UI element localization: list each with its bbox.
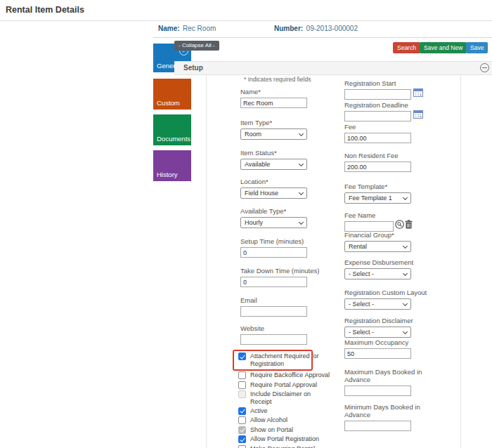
save-and-new-button[interactable]: Save and New [420, 42, 467, 53]
registration-disclaimer-label: Registration Disclaimer [344, 317, 413, 324]
field-location: Location* Field House [240, 178, 307, 199]
checkbox-row-make-recurring-rental[interactable]: Make Recurring Rental [238, 445, 340, 448]
checkbox-label: Active [250, 407, 268, 415]
registration-custom-layout-value: - Select - [349, 301, 374, 308]
fee-template-value: Fee Template 1 [349, 195, 392, 202]
tab-label: Documents [157, 135, 190, 143]
item-type-select[interactable]: Room [240, 129, 307, 140]
field-registration-start: Registration Start [344, 79, 411, 100]
checkbox-row-attachment-required[interactable]: Attachment Required for Registration [238, 353, 340, 367]
tab-label: History [157, 171, 178, 178]
setup-time-input[interactable] [240, 247, 307, 258]
fee-label: Fee [344, 123, 411, 131]
field-fee-name: Fee Name [344, 211, 394, 232]
chevron-down-icon [403, 243, 408, 248]
chevron-down-icon [403, 270, 408, 275]
field-take-down-time: Take Down Time (minutes) [240, 267, 319, 287]
content-right-border [460, 75, 461, 448]
checkbox[interactable] [238, 407, 246, 415]
chevron-down-icon [299, 190, 304, 195]
collapse-section-icon[interactable] [480, 63, 489, 72]
location-select[interactable]: Field House [240, 187, 307, 199]
name-input[interactable] [240, 98, 307, 108]
non-resident-fee-label: Non Resident Fee [344, 152, 411, 159]
checkbox[interactable] [238, 416, 246, 424]
item-type-value: Room [245, 131, 261, 138]
field-registration-disclaimer: Registration Disclaimer - Select - [344, 317, 413, 338]
checkbox-row-include-disclaimer: Include Disclaimer on Receipt [238, 390, 340, 405]
checkbox-label: Require Portal Approval [250, 381, 317, 389]
expense-disbursement-select[interactable]: - Select - [344, 268, 411, 279]
fee-template-select[interactable]: Fee Template 1 [344, 192, 411, 204]
field-min-days-booked: Minimum Days Booked in Advance [344, 403, 427, 431]
save-button[interactable]: Save [466, 42, 488, 53]
search-button[interactable]: Search [393, 42, 420, 53]
trash-icon[interactable] [405, 220, 413, 229]
checkbox-row-allow-portal-registration[interactable]: Allow Portal Registration [238, 435, 340, 443]
website-input[interactable] [240, 334, 307, 345]
header-divider [0, 20, 492, 21]
checkbox[interactable] [238, 371, 246, 379]
magnifier-icon[interactable] [395, 220, 404, 229]
checkbox-label: Allow Portal Registration [250, 435, 319, 443]
name-value: Rec Room [183, 25, 216, 32]
registration-custom-layout-label: Registration Custom Layout [344, 289, 427, 296]
checkbox[interactable] [238, 435, 246, 443]
checkbox[interactable] [238, 445, 246, 448]
sidebar-tab-history[interactable]: History [153, 150, 191, 181]
registration-start-label: Registration Start [344, 79, 411, 87]
field-expense-disbursement: Expense Disbursement - Select - [344, 258, 413, 279]
field-fee-template: Fee Template* Fee Template 1 [344, 183, 411, 204]
checkbox-label: Require Backoffice Approval [250, 371, 330, 379]
item-name-summary: Name: Rec Room [158, 21, 216, 34]
field-non-resident-fee: Non Resident Fee [344, 152, 411, 172]
checkbox-label: Make Recurring Rental [250, 445, 315, 448]
field-item-type: Item Type* Room [240, 119, 307, 140]
non-resident-fee-input[interactable] [344, 162, 411, 172]
collapse-all-button[interactable]: - Collapse All - [174, 41, 219, 51]
fee-name-input[interactable] [344, 221, 394, 232]
registration-disclaimer-select[interactable]: - Select - [344, 327, 411, 338]
take-down-time-input[interactable] [240, 277, 307, 287]
email-label: Email [240, 296, 307, 304]
calendar-icon[interactable] [413, 110, 423, 119]
calendar-icon[interactable] [413, 88, 423, 97]
registration-start-input[interactable] [344, 89, 411, 100]
setup-section-header[interactable]: Setup [174, 61, 492, 75]
registration-deadline-label: Registration Deadline [344, 101, 411, 109]
expense-disbursement-value: - Select - [349, 270, 374, 277]
checkbox-row-require-portal-approval[interactable]: Require Portal Approval [238, 381, 340, 389]
financial-group-select[interactable]: Rental [344, 241, 411, 252]
checkbox-row-require-backoffice-approval[interactable]: Require Backoffice Approval [238, 371, 340, 379]
checkbox[interactable] [238, 381, 246, 389]
field-fee: Fee [344, 123, 411, 143]
sidebar-tab-custom[interactable]: Custom [153, 79, 191, 110]
max-days-booked-input[interactable] [344, 386, 411, 396]
field-financial-group: Financial Group* Rental [344, 231, 411, 252]
chevron-down-icon [403, 195, 408, 199]
registration-custom-layout-select[interactable]: - Select - [344, 298, 411, 310]
maximum-occupancy-label: Maximum Occupancy [344, 338, 411, 346]
checkbox-row-allow-alcohol[interactable]: Allow Alcohol [238, 416, 340, 424]
maximum-occupancy-input[interactable] [344, 348, 411, 359]
available-type-select[interactable]: Hourly [240, 217, 307, 228]
name-label: Name: [158, 25, 180, 32]
field-registration-custom-layout: Registration Custom Layout - Select - [344, 289, 427, 310]
fee-template-label: Fee Template* [344, 183, 411, 190]
fee-input[interactable] [344, 133, 411, 143]
field-setup-time: Setup Time (minutes) [240, 237, 307, 258]
email-input[interactable] [240, 306, 307, 317]
sidebar-tab-documents[interactable]: Documents [153, 114, 191, 145]
checkbox-list: Attachment Required for Registration Req… [238, 353, 340, 448]
financial-group-value: Rental [349, 243, 367, 250]
min-days-booked-input[interactable] [344, 421, 411, 431]
checkbox[interactable] [238, 353, 246, 360]
registration-deadline-input[interactable] [344, 111, 411, 121]
checkbox-row-active[interactable]: Active [238, 407, 340, 415]
field-name: Name* [240, 88, 307, 108]
location-label: Location* [240, 178, 307, 185]
name-field-label: Name* [240, 88, 307, 95]
available-type-value: Hourly [245, 219, 263, 226]
fee-name-label: Fee Name [344, 211, 394, 219]
item-status-select[interactable]: Available [240, 159, 307, 170]
